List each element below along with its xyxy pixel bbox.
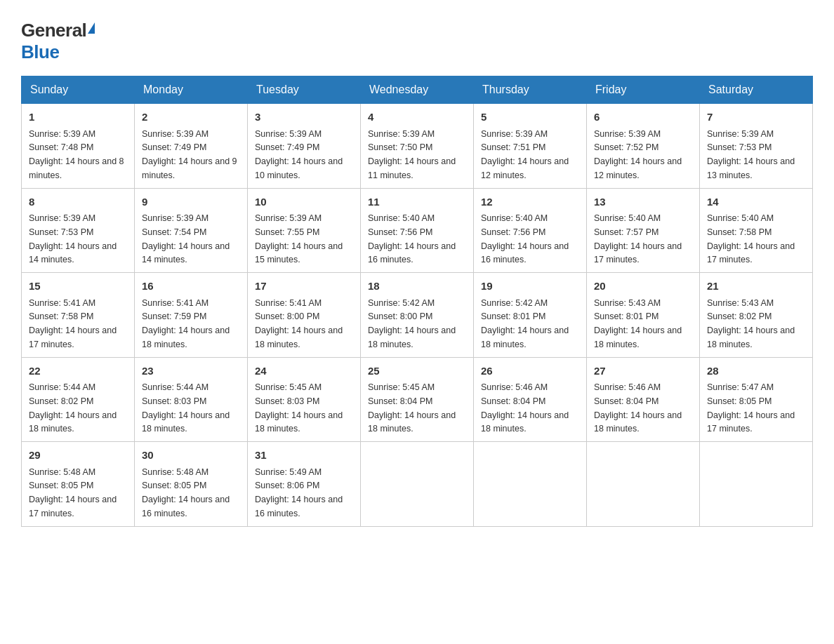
day-info: Sunrise: 5:44 AMSunset: 8:03 PMDaylight:… [142, 382, 230, 434]
calendar-week-row: 8 Sunrise: 5:39 AMSunset: 7:53 PMDayligh… [22, 188, 813, 273]
header: General Blue [21, 14, 813, 63]
calendar-week-row: 15 Sunrise: 5:41 AMSunset: 7:58 PMDaylig… [22, 273, 813, 358]
day-info: Sunrise: 5:40 AMSunset: 7:57 PMDaylight:… [594, 213, 682, 264]
calendar-day-cell: 30 Sunrise: 5:48 AMSunset: 8:05 PMDaylig… [135, 442, 248, 527]
day-number: 25 [368, 363, 466, 380]
calendar-day-cell: 18 Sunrise: 5:42 AMSunset: 8:00 PMDaylig… [361, 273, 474, 358]
calendar-day-cell: 9 Sunrise: 5:39 AMSunset: 7:54 PMDayligh… [135, 188, 248, 273]
logo-general-text: General [21, 20, 86, 41]
day-info: Sunrise: 5:41 AMSunset: 8:00 PMDaylight:… [255, 298, 343, 349]
calendar-day-cell: 2 Sunrise: 5:39 AMSunset: 7:49 PMDayligh… [135, 104, 248, 189]
day-info: Sunrise: 5:44 AMSunset: 8:02 PMDaylight:… [29, 382, 117, 434]
day-info: Sunrise: 5:46 AMSunset: 8:04 PMDaylight:… [481, 382, 569, 434]
day-info: Sunrise: 5:41 AMSunset: 7:58 PMDaylight:… [29, 298, 117, 349]
day-info: Sunrise: 5:39 AMSunset: 7:53 PMDaylight:… [707, 129, 795, 180]
calendar-day-cell [361, 442, 474, 527]
calendar-day-cell: 22 Sunrise: 5:44 AMSunset: 8:02 PMDaylig… [22, 357, 135, 442]
day-info: Sunrise: 5:40 AMSunset: 7:58 PMDaylight:… [707, 213, 795, 264]
calendar-day-cell: 11 Sunrise: 5:40 AMSunset: 7:56 PMDaylig… [361, 188, 474, 273]
weekday-header-friday: Friday [587, 76, 700, 104]
day-number: 9 [142, 194, 240, 210]
calendar-day-cell: 14 Sunrise: 5:40 AMSunset: 7:58 PMDaylig… [700, 188, 813, 273]
day-number: 30 [142, 448, 240, 464]
day-info: Sunrise: 5:43 AMSunset: 8:01 PMDaylight:… [594, 298, 682, 349]
calendar-day-cell: 29 Sunrise: 5:48 AMSunset: 8:05 PMDaylig… [22, 442, 135, 527]
weekday-header-row: SundayMondayTuesdayWednesdayThursdayFrid… [22, 76, 813, 104]
day-info: Sunrise: 5:40 AMSunset: 7:56 PMDaylight:… [368, 213, 456, 264]
day-info: Sunrise: 5:42 AMSunset: 8:01 PMDaylight:… [481, 298, 569, 349]
day-info: Sunrise: 5:39 AMSunset: 7:51 PMDaylight:… [481, 129, 569, 180]
day-number: 7 [707, 109, 805, 126]
day-number: 3 [255, 109, 353, 126]
calendar-day-cell: 17 Sunrise: 5:41 AMSunset: 8:00 PMDaylig… [248, 273, 361, 358]
calendar-week-row: 29 Sunrise: 5:48 AMSunset: 8:05 PMDaylig… [22, 442, 813, 527]
day-number: 5 [481, 109, 579, 126]
calendar-day-cell: 20 Sunrise: 5:43 AMSunset: 8:01 PMDaylig… [587, 273, 700, 358]
calendar-day-cell: 28 Sunrise: 5:47 AMSunset: 8:05 PMDaylig… [700, 357, 813, 442]
day-number: 2 [142, 109, 240, 126]
day-number: 27 [594, 363, 692, 380]
day-info: Sunrise: 5:39 AMSunset: 7:53 PMDaylight:… [29, 213, 117, 264]
weekday-header-monday: Monday [135, 76, 248, 104]
weekday-header-wednesday: Wednesday [361, 76, 474, 104]
day-info: Sunrise: 5:40 AMSunset: 7:56 PMDaylight:… [481, 213, 569, 264]
calendar-day-cell: 10 Sunrise: 5:39 AMSunset: 7:55 PMDaylig… [248, 188, 361, 273]
logo-triangle-icon [88, 22, 95, 34]
weekday-header-sunday: Sunday [22, 76, 135, 104]
weekday-header-thursday: Thursday [474, 76, 587, 104]
calendar-day-cell: 6 Sunrise: 5:39 AMSunset: 7:52 PMDayligh… [587, 104, 700, 189]
day-number: 26 [481, 363, 579, 380]
day-info: Sunrise: 5:49 AMSunset: 8:06 PMDaylight:… [255, 467, 343, 518]
day-info: Sunrise: 5:39 AMSunset: 7:49 PMDaylight:… [142, 129, 237, 180]
calendar-day-cell: 16 Sunrise: 5:41 AMSunset: 7:59 PMDaylig… [135, 273, 248, 358]
day-number: 17 [255, 279, 353, 295]
calendar-table: SundayMondayTuesdayWednesdayThursdayFrid… [21, 76, 813, 527]
calendar-day-cell: 23 Sunrise: 5:44 AMSunset: 8:03 PMDaylig… [135, 357, 248, 442]
day-number: 29 [29, 448, 127, 464]
day-info: Sunrise: 5:43 AMSunset: 8:02 PMDaylight:… [707, 298, 795, 349]
calendar-day-cell: 4 Sunrise: 5:39 AMSunset: 7:50 PMDayligh… [361, 104, 474, 189]
day-number: 31 [255, 448, 353, 464]
day-number: 1 [29, 109, 127, 126]
day-number: 24 [255, 363, 353, 380]
day-info: Sunrise: 5:39 AMSunset: 7:50 PMDaylight:… [368, 129, 456, 180]
calendar-day-cell: 13 Sunrise: 5:40 AMSunset: 7:57 PMDaylig… [587, 188, 700, 273]
logo-blue-text: Blue [21, 41, 59, 63]
calendar-day-cell: 19 Sunrise: 5:42 AMSunset: 8:01 PMDaylig… [474, 273, 587, 358]
day-number: 10 [255, 194, 353, 210]
day-number: 14 [707, 194, 805, 210]
calendar-day-cell: 27 Sunrise: 5:46 AMSunset: 8:04 PMDaylig… [587, 357, 700, 442]
calendar-day-cell: 25 Sunrise: 5:45 AMSunset: 8:04 PMDaylig… [361, 357, 474, 442]
weekday-header-tuesday: Tuesday [248, 76, 361, 104]
calendar-day-cell [700, 442, 813, 527]
day-info: Sunrise: 5:45 AMSunset: 8:03 PMDaylight:… [255, 382, 343, 434]
calendar-day-cell: 1 Sunrise: 5:39 AMSunset: 7:48 PMDayligh… [22, 104, 135, 189]
calendar-day-cell: 3 Sunrise: 5:39 AMSunset: 7:49 PMDayligh… [248, 104, 361, 189]
calendar-day-cell [587, 442, 700, 527]
day-info: Sunrise: 5:47 AMSunset: 8:05 PMDaylight:… [707, 382, 795, 434]
day-info: Sunrise: 5:42 AMSunset: 8:00 PMDaylight:… [368, 298, 456, 349]
day-number: 23 [142, 363, 240, 380]
calendar-day-cell [474, 442, 587, 527]
calendar-day-cell: 12 Sunrise: 5:40 AMSunset: 7:56 PMDaylig… [474, 188, 587, 273]
day-info: Sunrise: 5:39 AMSunset: 7:52 PMDaylight:… [594, 129, 682, 180]
day-info: Sunrise: 5:46 AMSunset: 8:04 PMDaylight:… [594, 382, 682, 434]
day-number: 18 [368, 279, 466, 295]
day-number: 13 [594, 194, 692, 210]
logo: General Blue [21, 20, 95, 63]
day-info: Sunrise: 5:39 AMSunset: 7:49 PMDaylight:… [255, 129, 343, 180]
day-info: Sunrise: 5:39 AMSunset: 7:48 PMDaylight:… [29, 129, 124, 180]
calendar-day-cell: 15 Sunrise: 5:41 AMSunset: 7:58 PMDaylig… [22, 273, 135, 358]
day-number: 19 [481, 279, 579, 295]
calendar-day-cell: 5 Sunrise: 5:39 AMSunset: 7:51 PMDayligh… [474, 104, 587, 189]
weekday-header-saturday: Saturday [700, 76, 813, 104]
day-number: 21 [707, 279, 805, 295]
day-number: 28 [707, 363, 805, 380]
calendar-day-cell: 7 Sunrise: 5:39 AMSunset: 7:53 PMDayligh… [700, 104, 813, 189]
day-number: 16 [142, 279, 240, 295]
calendar-week-row: 1 Sunrise: 5:39 AMSunset: 7:48 PMDayligh… [22, 104, 813, 189]
day-info: Sunrise: 5:41 AMSunset: 7:59 PMDaylight:… [142, 298, 230, 349]
day-number: 15 [29, 279, 127, 295]
day-info: Sunrise: 5:45 AMSunset: 8:04 PMDaylight:… [368, 382, 456, 434]
day-info: Sunrise: 5:48 AMSunset: 8:05 PMDaylight:… [142, 467, 230, 518]
